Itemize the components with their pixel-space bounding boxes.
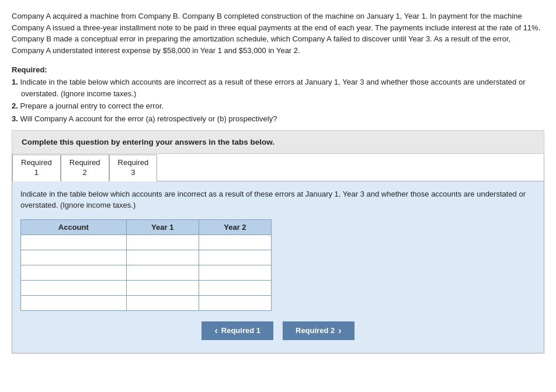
required-section: Required: 1. Indicate in the table below… xyxy=(12,65,544,124)
table-row xyxy=(21,280,272,295)
nav-buttons: Required 1 Required 2 xyxy=(20,321,536,345)
instruction-box: Complete this question by entering your … xyxy=(12,130,544,154)
year2-input-1[interactable] xyxy=(203,238,267,247)
chevron-left-icon xyxy=(214,326,217,336)
tab-instruction: Indicate in the table below which accoun… xyxy=(20,188,536,211)
required-item-2: 2. Prepare a journal entry to correct th… xyxy=(12,100,544,112)
account-cell-2[interactable] xyxy=(21,250,127,265)
table-row xyxy=(21,235,272,250)
account-input-2[interactable] xyxy=(25,253,123,262)
year2-cell-4[interactable] xyxy=(199,280,271,295)
tabs-container: Required1 Required2 Required3 Indicate i… xyxy=(12,154,544,354)
tab-content-area: Indicate in the table below which accoun… xyxy=(12,181,544,353)
year1-input-2[interactable] xyxy=(130,253,195,262)
year1-input-5[interactable] xyxy=(130,299,195,307)
required-text-1: Indicate in the table below which accoun… xyxy=(20,78,525,98)
year1-cell-1[interactable] xyxy=(126,235,199,250)
tab-required-1[interactable]: Required1 xyxy=(12,155,61,181)
year1-input-3[interactable] xyxy=(130,268,195,277)
year2-cell-5[interactable] xyxy=(199,295,271,310)
year1-cell-5[interactable] xyxy=(126,295,199,310)
year1-cell-4[interactable] xyxy=(126,280,199,295)
next-button-label: Required 2 xyxy=(296,326,335,335)
table-row xyxy=(21,250,272,265)
year2-header: Year 2 xyxy=(199,219,271,235)
year1-cell-3[interactable] xyxy=(126,265,199,280)
next-button[interactable]: Required 2 xyxy=(283,321,355,340)
table-row xyxy=(21,295,272,310)
required-list: 1. Indicate in the table below which acc… xyxy=(12,76,544,124)
year1-header: Year 1 xyxy=(126,219,199,235)
account-input-1[interactable] xyxy=(25,238,123,247)
account-input-5[interactable] xyxy=(25,299,123,307)
required-heading: Required: xyxy=(12,65,544,74)
tab-required-2[interactable]: Required2 xyxy=(61,155,109,181)
year1-input-1[interactable] xyxy=(130,238,195,247)
intro-paragraph: Company A acquired a machine from Compan… xyxy=(12,10,544,56)
account-cell-5[interactable] xyxy=(21,295,127,310)
prev-button[interactable]: Required 1 xyxy=(201,321,273,340)
account-header: Account xyxy=(21,219,127,235)
required-number-3: 3. xyxy=(12,114,18,123)
year2-cell-3[interactable] xyxy=(199,265,271,280)
accounts-table: Account Year 1 Year 2 xyxy=(20,219,272,311)
chevron-right-icon xyxy=(338,326,341,336)
year2-input-2[interactable] xyxy=(203,253,267,262)
account-cell-4[interactable] xyxy=(21,280,127,295)
year2-cell-1[interactable] xyxy=(199,235,271,250)
year2-input-3[interactable] xyxy=(203,268,267,277)
required-text-2: Prepare a journal entry to correct the e… xyxy=(20,102,164,110)
required-item-1: 1. Indicate in the table below which acc… xyxy=(12,76,544,99)
tabs-header: Required1 Required2 Required3 xyxy=(12,154,544,181)
account-input-4[interactable] xyxy=(25,284,123,292)
account-input-3[interactable] xyxy=(25,268,123,277)
year2-input-4[interactable] xyxy=(203,284,267,292)
tab-required-3[interactable]: Required3 xyxy=(109,155,158,181)
account-cell-1[interactable] xyxy=(21,235,127,250)
required-item-3: 3. Will Company A account for the error … xyxy=(12,113,544,125)
year1-input-4[interactable] xyxy=(130,284,195,292)
table-row xyxy=(21,265,272,280)
required-number-1: 1. xyxy=(12,78,18,86)
year1-cell-2[interactable] xyxy=(126,250,199,265)
required-text-3: Will Company A account for the error (a)… xyxy=(20,114,277,123)
account-cell-3[interactable] xyxy=(21,265,127,280)
year2-cell-2[interactable] xyxy=(199,250,271,265)
required-number-2: 2. xyxy=(12,102,18,110)
prev-button-label: Required 1 xyxy=(221,326,260,335)
year2-input-5[interactable] xyxy=(203,299,267,307)
table-header-row: Account Year 1 Year 2 xyxy=(21,219,272,235)
